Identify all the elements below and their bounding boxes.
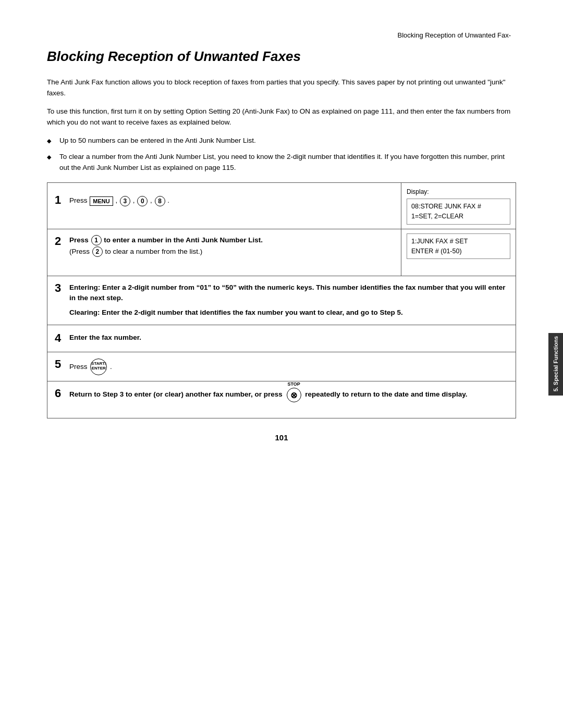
step-5-period: . bbox=[110, 362, 112, 370]
key-8: 8 bbox=[155, 196, 165, 206]
step-row-3: 3 Entering: Enter a 2-digit number from … bbox=[47, 276, 516, 325]
steps-box: 1 Press MENU , 3 , 0 , 8 . Display: 08:S… bbox=[47, 182, 516, 418]
step-1-display-line2: 1=SET, 2=CLEAR bbox=[411, 212, 506, 221]
step-1-comma3: , bbox=[150, 196, 154, 204]
step-row-2: 2 Press 1 to enter a number in the Anti … bbox=[47, 229, 516, 276]
paragraph-2: To use this function, first turn it on b… bbox=[47, 106, 516, 128]
page-title: Blocking Reception of Unwanted Faxes bbox=[47, 48, 516, 65]
step-2-sub: (Press 2 to clear a number from the list… bbox=[69, 246, 395, 257]
page: Blocking Reception of Unwanted Fax- Bloc… bbox=[0, 0, 563, 728]
step-1-main: 1 Press MENU , 3 , 0 , 8 . bbox=[47, 183, 401, 229]
step-6-content: Return to Step 3 to enter (or clear) ano… bbox=[66, 381, 516, 418]
start-enter-key: START/ENTER bbox=[90, 359, 107, 375]
key-1: 1 bbox=[91, 235, 102, 245]
step-5-content: Press START/ENTER . bbox=[66, 352, 516, 381]
step-2-display-line1: 1:JUNK FAX # SET bbox=[411, 237, 506, 246]
step-row-5: 5 Press START/ENTER . bbox=[47, 352, 516, 381]
stop-wrapper: STOP ⊗ bbox=[286, 388, 302, 402]
key-3: 3 bbox=[120, 196, 130, 206]
step-2-display: 1:JUNK FAX # SET ENTER # (01-50) bbox=[401, 229, 516, 276]
step-1-press-label: Press bbox=[69, 196, 89, 204]
step-1-content: Press MENU , 3 , 0 , 8 . bbox=[66, 188, 401, 211]
sidebar-tab: 5. Special Functions bbox=[548, 333, 563, 396]
step-2-number: 2 bbox=[47, 229, 66, 276]
step-4-instruction: Enter the fax number. bbox=[69, 332, 509, 343]
header-text: Blocking Reception of Unwanted Fax- bbox=[397, 31, 511, 39]
step-1-period: . bbox=[167, 196, 169, 204]
step-5-number: 5 bbox=[47, 352, 66, 381]
step-2-display-box: 1:JUNK FAX # SET ENTER # (01-50) bbox=[407, 233, 510, 260]
step-4-number: 4 bbox=[47, 325, 66, 352]
step-3-entering: Entering: Enter a 2-digit number from “0… bbox=[69, 282, 509, 304]
step-row-6: 6 Return to Step 3 to enter (or clear) a… bbox=[47, 381, 516, 418]
bullet-item-2: To clear a number from the Anti Junk Num… bbox=[47, 152, 516, 174]
step-1-display-label: Display: bbox=[407, 187, 510, 196]
page-header: Blocking Reception of Unwanted Fax- bbox=[47, 31, 516, 39]
paragraph-1: The Anti Junk Fax function allows you to… bbox=[47, 77, 516, 99]
step-6-number: 6 bbox=[47, 381, 66, 418]
step-1-comma1: , bbox=[115, 196, 119, 204]
step-1-comma2: , bbox=[133, 196, 137, 204]
step-4-content: Enter the fax number. bbox=[66, 325, 516, 352]
step-1-display-box: 08:STORE JUNK FAX # 1=SET, 2=CLEAR bbox=[407, 199, 510, 225]
step-1-display: Display: 08:STORE JUNK FAX # 1=SET, 2=CL… bbox=[401, 183, 516, 229]
page-number: 101 bbox=[47, 433, 516, 442]
step-3-content: Entering: Enter a 2-digit number from “0… bbox=[66, 276, 516, 325]
bullet-list: Up to 50 numbers can be entered in the A… bbox=[47, 135, 516, 174]
step-2-display-line2: ENTER # (01-50) bbox=[411, 246, 506, 256]
step-6-instruction: Return to Step 3 to enter (or clear) ano… bbox=[69, 388, 509, 402]
menu-key: MENU bbox=[90, 196, 113, 206]
step-3-number: 3 bbox=[47, 276, 66, 325]
key-2: 2 bbox=[92, 246, 103, 257]
step-5-press-label: Press bbox=[69, 362, 89, 370]
step-3-clearing: Clearing: Enter the 2-digit number that … bbox=[69, 307, 509, 318]
stop-label: STOP bbox=[287, 381, 300, 388]
step-1-display-line1: 08:STORE JUNK FAX # bbox=[411, 202, 506, 212]
key-0: 0 bbox=[137, 196, 148, 206]
bullet-item-1: Up to 50 numbers can be entered in the A… bbox=[47, 135, 516, 146]
sidebar-tab-label: 5. Special Functions bbox=[552, 336, 559, 391]
stop-key: ⊗ bbox=[287, 388, 301, 402]
step-row-4: 4 Enter the fax number. bbox=[47, 325, 516, 352]
step-2-content: Press 1 to enter a number in the Anti Ju… bbox=[66, 229, 401, 276]
step-1-number: 1 bbox=[47, 188, 66, 211]
step-row-1: 1 Press MENU , 3 , 0 , 8 . Display: 08:S… bbox=[47, 183, 516, 229]
step-2-bold: Press 1 to enter a number in the Anti Ju… bbox=[69, 235, 395, 246]
